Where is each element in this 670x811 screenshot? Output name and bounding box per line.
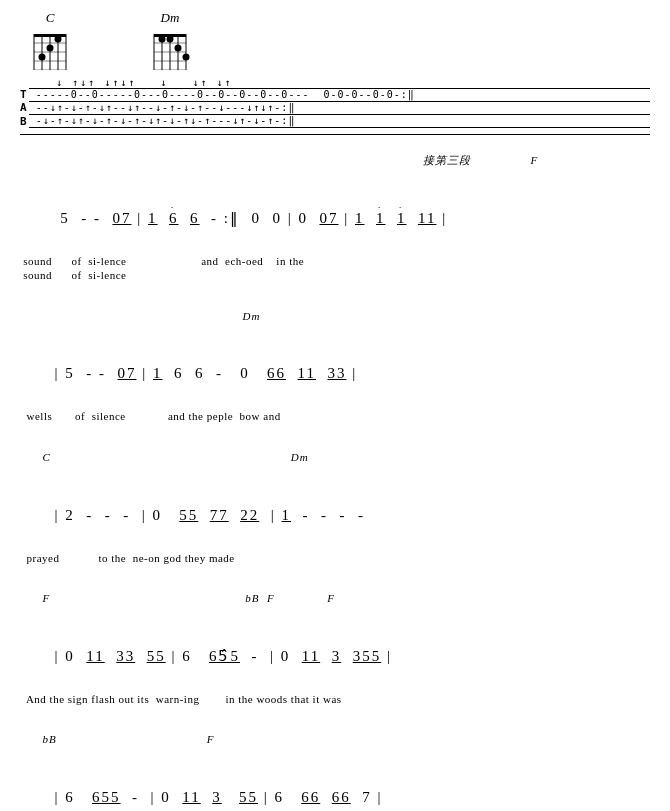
lyrics-row-3: prayed to the ne-on god they made [20,551,650,565]
svg-point-26 [183,54,190,61]
tab-intro-area: ↓ ↑↓↑ ↓↑↓↑ ↓ ↓↑ ↓↑ T A B -----0--0-----0… [20,78,650,128]
chord-row-3: CDm [20,436,650,479]
chord-c-grid [30,28,70,70]
section-divider-1 [20,134,650,135]
svg-point-25 [175,45,182,52]
chord-row-1: 接第三段F [20,139,650,182]
notes-row-3: | 2 - - - | 0 55 77 22 | 1 - - - - [20,479,650,551]
svg-point-12 [39,54,46,61]
tab-b: B [20,115,27,128]
tab-t: T [20,88,27,101]
notes-row-1: 5 - - 07 | 1 6· 6 - :‖ 0 0 | 0 07 | 1 1·… [20,182,650,254]
strum-arrows: ↓ ↑↓↑ ↓↑↓↑ ↓ ↓↑ ↓↑ [40,78,650,88]
notes-row-2: | 5 - - 07 | 1 6 6 - 0 66 11 33 | [20,337,650,409]
lyrics-row-1a: sound of si-lence and ech-oed in the [20,254,650,268]
chord-c-diagram: C [30,10,70,74]
chord-f-label: 接第三段 [423,153,471,167]
music-row-5: bBF | 6 655 - | 0 11 3 55 | 6 66 66 7 | … [20,718,650,811]
svg-point-24 [167,36,174,43]
tab-letters: T A B [20,88,27,128]
chord-diagrams-row: C [20,10,650,74]
chord-dm-grid [150,28,190,70]
music-row-1: 接第三段F 5 - - 07 | 1 6· 6 - :‖ 0 0 | 0 07 … [20,139,650,282]
tab-a: A [20,101,27,114]
music-row-2: Dm | 5 - - 07 | 1 6 6 - 0 66 11 33 | wel… [20,294,650,423]
chord-c-label: C [46,10,55,26]
svg-point-10 [55,36,62,43]
chord-row-4: FbB F F [20,577,650,620]
lyrics-row-1b: sound of si-lence [20,268,650,282]
lyrics-row-4: And the sign flash out its warn-ing in t… [20,692,650,706]
tab-lines-container: -----0--0-----0---0----0--0--0--0--0--- … [29,88,650,128]
notes-row-5: | 6 655 - | 0 11 3 55 | 6 66 66 7 | [20,761,650,811]
sheet-music: C [20,10,650,811]
svg-point-23 [159,36,166,43]
chord-row-5: bBF [20,718,650,761]
tab-staff: T A B -----0--0-----0---0----0--0--0--0-… [20,88,650,128]
lyrics-row-2: wells of silence and the peple bow and [20,409,650,423]
notes-row-4: | 0 11 33 55 | 6 65̂5 - | 0 11 3 355 | [20,620,650,692]
music-row-4: FbB F F | 0 11 33 55 | 6 65̂5 - | 0 11 3… [20,577,650,706]
music-row-3: CDm | 2 - - - | 0 55 77 22 | 1 - - - - p… [20,436,650,565]
tab-line-b: -↓-↑-↓↑-↓-↑-↓-↑-↓↑-↓-↑↓-↑---↓↑-↓-↑-:‖ [29,115,650,128]
chord-dm-label: Dm [161,10,180,26]
chord-row-2: Dm [20,294,650,337]
chord-dm-diagram: Dm [150,10,190,74]
svg-point-11 [47,45,54,52]
